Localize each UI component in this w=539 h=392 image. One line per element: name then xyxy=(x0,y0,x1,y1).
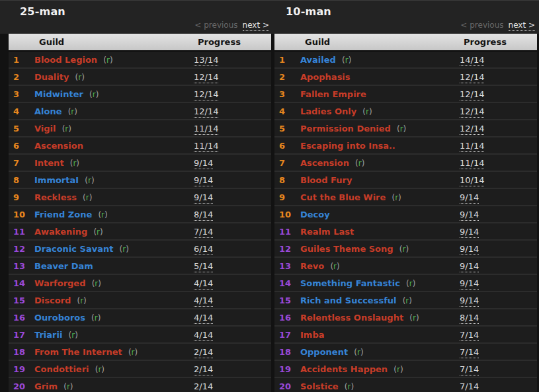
progress-link[interactable]: 2/14 xyxy=(194,347,213,358)
guild-name-link[interactable]: Rich and Successful xyxy=(300,295,397,305)
progress-cell: 2/14 xyxy=(192,364,271,374)
table-row: 9 Reckless (r) 9/14 xyxy=(9,188,271,205)
progress-link[interactable]: 9/14 xyxy=(194,192,213,204)
guild-name-link[interactable]: Opponent xyxy=(300,347,348,357)
progress-cell: 7/14 xyxy=(458,330,537,340)
paren-close: ) xyxy=(405,245,409,254)
progress-cell: 4/14 xyxy=(192,313,271,323)
progress-link[interactable]: 4/14 xyxy=(194,278,213,290)
guild-name-link[interactable]: Duality xyxy=(34,72,69,82)
progress-link[interactable]: 9/14 xyxy=(460,278,479,290)
guild-name-link[interactable]: Relentless Onslaught xyxy=(300,313,403,323)
guild-name-link[interactable]: Accidents Happen xyxy=(300,364,388,374)
guild-name-link[interactable]: Warforged xyxy=(34,278,86,288)
progress-link[interactable]: 12/14 xyxy=(194,106,218,118)
progress-link[interactable]: 9/14 xyxy=(460,295,479,307)
progress-link[interactable]: 9/14 xyxy=(194,158,213,169)
guild-name-link[interactable]: Guiles Theme Song xyxy=(300,244,394,254)
progress-link[interactable]: 8/14 xyxy=(194,210,213,221)
progress-cell: 10/14 xyxy=(458,175,537,185)
progress-link[interactable]: 13/14 xyxy=(194,55,218,66)
progress-link[interactable]: 12/14 xyxy=(194,89,218,100)
guild-name-link[interactable]: Awakening xyxy=(34,227,87,237)
progress-link[interactable]: 9/14 xyxy=(460,192,479,204)
progress-cell: 7/14 xyxy=(458,381,537,391)
next-link[interactable]: next > xyxy=(243,20,269,31)
next-link[interactable]: next > xyxy=(509,20,535,31)
progress-link[interactable]: 5/14 xyxy=(194,261,213,272)
guild-name-link[interactable]: Ouroboros xyxy=(34,313,85,323)
paren-close: ) xyxy=(98,279,101,288)
guild-name-link[interactable]: Ladies Only xyxy=(300,106,356,116)
guild-name-link[interactable]: Grim xyxy=(34,381,58,391)
progress-link[interactable]: 7/14 xyxy=(460,364,479,375)
progress-link[interactable]: 12/14 xyxy=(460,72,484,83)
guild-name-link[interactable]: Discord xyxy=(34,295,71,305)
progress-link[interactable]: 9/14 xyxy=(194,175,213,186)
progress-link[interactable]: 12/14 xyxy=(194,72,218,83)
progress-link[interactable]: 11/14 xyxy=(460,158,484,169)
guild-name-link[interactable]: Imba xyxy=(300,330,324,340)
paren-close: ) xyxy=(81,73,85,82)
progress-link[interactable]: 7/14 xyxy=(460,330,479,341)
progress-link[interactable]: 2/14 xyxy=(194,364,213,375)
guild-name-link[interactable]: Triarii xyxy=(34,330,62,340)
guild-name-link[interactable]: Fallen Empire xyxy=(300,89,366,99)
guild-name-link[interactable]: Blood Fury xyxy=(300,175,352,185)
guild-name-link[interactable]: Midwinter xyxy=(34,89,83,99)
guild-name-link[interactable]: From The Internet xyxy=(34,347,122,357)
guild-name-link[interactable]: Beaver Dam xyxy=(34,261,93,271)
guild-name-link[interactable]: Cut the Blue Wire xyxy=(300,192,386,202)
guild-name-link[interactable]: Ascension xyxy=(34,141,83,151)
progress-link[interactable]: 4/14 xyxy=(194,313,213,324)
guild-name-link[interactable]: Friend Zone xyxy=(34,210,92,219)
progress-cell: 9/14 xyxy=(458,295,537,305)
guild-name-link[interactable]: Apophasis xyxy=(300,72,351,82)
guild-cell: Realm Last xyxy=(300,227,458,237)
guild-name-link[interactable]: Realm Last xyxy=(300,227,354,237)
guild-name-link[interactable]: Alone xyxy=(34,106,62,116)
guild-name-link[interactable]: Vigil xyxy=(34,124,56,134)
rank-number: 5 xyxy=(9,124,34,134)
guild-name-link[interactable]: Decoy xyxy=(300,210,330,219)
rank-number: 7 xyxy=(274,158,300,168)
guild-name-link[interactable]: ImmortaI xyxy=(34,175,79,185)
guild-name-link[interactable]: Solstice xyxy=(300,381,339,391)
table-row: 3 Fallen Empire 12/14 xyxy=(274,85,537,102)
progress-link[interactable]: 4/14 xyxy=(194,295,213,307)
guild-name-link[interactable]: Condottieri xyxy=(34,364,89,374)
table-row: 11 Realm Last 9/14 xyxy=(274,222,537,239)
progress-link[interactable]: 9/14 xyxy=(460,227,479,238)
rank-number: 12 xyxy=(9,244,34,254)
guild-name-link[interactable]: Revo xyxy=(300,261,324,271)
progress-link[interactable]: 7/14 xyxy=(460,381,479,392)
progress-link[interactable]: 7/14 xyxy=(460,347,479,358)
progress-link[interactable]: 12/14 xyxy=(460,106,484,118)
progress-link[interactable]: 6/14 xyxy=(194,244,213,255)
progress-link[interactable]: 7/14 xyxy=(194,227,213,238)
progress-cell: 9/14 xyxy=(458,227,537,237)
progress-link[interactable]: 9/14 xyxy=(460,261,479,272)
table-row: 15 Rich and Successful (r) 9/14 xyxy=(274,291,537,308)
progress-link[interactable]: 8/14 xyxy=(460,313,479,324)
progress-link[interactable]: 12/14 xyxy=(460,124,484,135)
guild-name-link[interactable]: Escaping into Insa.. xyxy=(300,141,395,151)
progress-link[interactable]: 12/14 xyxy=(460,89,484,100)
progress-link[interactable]: 11/14 xyxy=(194,124,218,135)
progress-link[interactable]: 11/14 xyxy=(460,141,484,152)
progress-link[interactable]: 11/14 xyxy=(194,141,218,152)
guild-name-link[interactable]: Something Fantastic xyxy=(300,278,400,288)
guild-name-link[interactable]: Reckless xyxy=(34,192,77,202)
guild-name-link[interactable]: Availed xyxy=(300,55,336,65)
guild-name-link[interactable]: Ascension xyxy=(300,158,349,168)
progress-link[interactable]: 14/14 xyxy=(460,55,484,66)
progress-link[interactable]: 10/14 xyxy=(460,175,484,186)
guild-name-link[interactable]: Draconic Savant xyxy=(34,244,113,254)
guild-name-link[interactable]: Intent xyxy=(34,158,64,168)
guild-name-link[interactable]: Permission Denied xyxy=(300,124,391,134)
progress-link[interactable]: 4/14 xyxy=(194,330,213,341)
progress-link[interactable]: 9/14 xyxy=(460,210,479,221)
progress-link[interactable]: 9/14 xyxy=(460,244,479,255)
guild-name-link[interactable]: Blood Legion xyxy=(34,55,97,65)
progress-link[interactable]: 2/14 xyxy=(194,381,213,392)
